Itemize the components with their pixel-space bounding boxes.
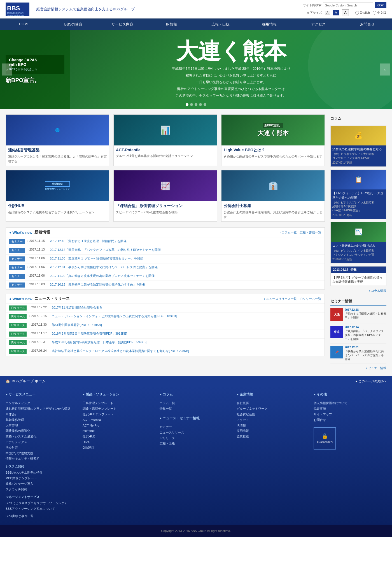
nav-recruit[interactable]: 採用情報: [245, 18, 294, 30]
footer-top-page-link[interactable]: ▲ このページの先頭へ: [355, 379, 386, 383]
footer-link-disclaimer[interactable]: 免責事項: [314, 406, 386, 412]
footer-link-mbb[interactable]: MBB業務テンプレート: [6, 476, 78, 481]
nav-home[interactable]: HOME: [0, 18, 49, 30]
ir-link-5[interactable]: 平成30年3月期 第2四半期決算短信（日本基準）(連結)[PDF：539KB]: [52, 340, 321, 344]
seminar-3-title[interactable]: 「事例から学ぶ業務効率化に向けたペーパーレスのご提案」を開催: [345, 349, 386, 361]
hero-dot-2[interactable]: [190, 103, 193, 106]
news-list-link[interactable]: › ニュースリリース一覧: [264, 297, 297, 301]
lang-chinese[interactable]: 中文版: [373, 11, 386, 15]
footer-link-koji[interactable]: 工事管理テンプレート: [83, 400, 155, 406]
ir-link-4[interactable]: 2018年3月期第2四半期決算説明会資料[PDF：3913KB]: [52, 332, 321, 336]
footer-link-gaiyou[interactable]: 会社概要: [237, 400, 309, 406]
lang-english[interactable]: English: [355, 11, 370, 15]
nav-mission[interactable]: BBSの使命: [49, 18, 98, 30]
nav-services[interactable]: サービス内容: [98, 18, 147, 30]
footer-link-gyomu[interactable]: 業務・システム最適化: [6, 434, 78, 439]
footer-home-link[interactable]: 🏠 BBSグループ ホーム: [6, 379, 46, 384]
news-link-4[interactable]: 2017.12.01「事例から学ぶ業務効率化に向けたペーパーレスのご提案」を開催: [50, 265, 321, 269]
footer-link-sitemap[interactable]: サイトマップ: [314, 412, 386, 417]
footer-link-bbs-feature[interactable]: BBSのシステム開発の特徴: [6, 470, 78, 476]
footer-link-csr[interactable]: 社会貢献活動: [237, 412, 309, 417]
ir-link-3[interactable]: 第51期中間事業報告[PDF：1319KB]: [52, 323, 321, 327]
hero-dot-4[interactable]: [199, 103, 202, 106]
footer-link-kyougyou[interactable]: 協業推進: [237, 434, 309, 439]
ir-list-link[interactable]: IRリリース一覧: [300, 297, 321, 301]
footer-link-china[interactable]: 中国アジア進出支援: [6, 451, 78, 456]
footer-link-feature-list[interactable]: 特集一覧: [160, 406, 232, 412]
footer-link-kikan[interactable]: 基幹業務管理: [6, 417, 78, 423]
footer-link-privacy-policy[interactable]: 個人情報保護等について: [314, 400, 386, 406]
footer-link-recruit-footer[interactable]: 採用情報: [237, 428, 309, 434]
news-link-6[interactable]: 2017.10.13「業務効率に繋がる法定記帳等の電子化のすすめ」を開催: [50, 282, 321, 287]
font-small-btn[interactable]: A: [325, 11, 330, 15]
seminar-info-link[interactable]: › セミナー情報: [366, 366, 386, 370]
footer-link-renketsu[interactable]: 連結経営管理基盤のグランドデザインから構築: [6, 406, 78, 412]
news-link-3[interactable]: 2017.11.30「製造業向け グローバル連結経営管理セミナー」を開催: [50, 256, 321, 261]
footer-link-act-potentia[interactable]: ACT-Potentia: [83, 417, 155, 423]
footer-link-kansetsu[interactable]: 間接業務の最適化: [6, 428, 78, 434]
hero-next-btn[interactable]: ›: [380, 64, 390, 76]
card-renketsu-title[interactable]: 連結経営管理基盤: [8, 148, 107, 153]
footer-link-bpo-list[interactable]: BPO実績と事例一覧: [6, 513, 78, 519]
footer-link-diva[interactable]: DIVA: [83, 439, 155, 445]
hero-prev-btn[interactable]: ‹: [2, 64, 12, 76]
news-link-5[interactable]: 2017.11.20「真の働き方改革実現の為の業務プロセス改革セミナー」を開催: [50, 274, 321, 278]
footer-link-analytics[interactable]: アナリティクス: [6, 439, 78, 445]
card-hub-title[interactable]: 仕訳HUB: [8, 203, 107, 209]
footer-link-press-pub[interactable]: 広報・出版: [160, 441, 232, 446]
search-button[interactable]: 検索: [375, 2, 386, 8]
column-list-link[interactable]: › コラム一覧: [279, 230, 297, 235]
footer-link-column-list[interactable]: コラム一覧: [160, 400, 232, 406]
font-large-btn[interactable]: A: [342, 9, 349, 16]
footer-link-hourei[interactable]: 法令対応: [6, 445, 78, 451]
news-link-2[interactable]: 2017.12.14「満員御礼」「バックオフィス改革」の切り札！RPAセミナーを…: [50, 248, 321, 252]
ir-link-6[interactable]: 当社連結子会社と兼松エレクトロニクス株式会社との資本業務提携に関するお知らせ[P…: [52, 349, 321, 353]
seminar-2-title[interactable]: 「満員御礼」「バックオフィス改革」の切り札！RPAセミナー」を開催: [345, 329, 386, 341]
footer-link-mcframe[interactable]: mcframe: [83, 428, 155, 434]
nav-press[interactable]: 広報・出版: [196, 18, 245, 30]
hero-dot-1[interactable]: [186, 103, 188, 106]
nav-contact[interactable]: お問合せ: [343, 18, 392, 30]
card-cost-title[interactable]: 『疎結合型』原価管理ソリューション: [116, 203, 214, 209]
footer-link-chotatsu[interactable]: 調達・購買テンプレート: [83, 406, 155, 412]
footer-link-security[interactable]: 情報セキュリティ研究所: [6, 456, 78, 462]
column-info-link[interactable]: › コラム情報: [369, 289, 386, 292]
nav-ir[interactable]: IR情報: [147, 18, 196, 30]
card-cpa-title[interactable]: 公認会計士募集: [224, 203, 322, 209]
news-link-1[interactable]: 2017.12.18「変わするIT環境と経理・財務部門」を開催: [50, 239, 321, 243]
footer-link-shiwake-template[interactable]: 仕訳HUBテンプレート: [83, 412, 155, 417]
footer-link-group-network[interactable]: グループネットワーク: [237, 406, 309, 412]
footer-link-jinji[interactable]: 人事管理: [6, 423, 78, 429]
press-list-link[interactable]: 広報・書籍一覧: [300, 230, 321, 235]
nav-access[interactable]: アクセス: [294, 18, 343, 30]
footer-link-news-release[interactable]: ニュースリリース: [160, 430, 232, 436]
footer-link-qlik[interactable]: Qlik製品: [83, 445, 155, 451]
footer-link-package[interactable]: 業務パッケージ導入: [6, 481, 78, 487]
seminar-1-title[interactable]: 「変わするIT環境と経理・財務部門」を開催: [345, 312, 386, 320]
footer-link-ir-release[interactable]: IRリリース: [160, 436, 232, 441]
footer-link-contact[interactable]: お問合せ: [314, 417, 386, 423]
hero-dot-3[interactable]: [195, 103, 197, 106]
ir-link-2[interactable]: ニュー・リレーション・インフォ・ビズ株式会社への出資に関するお知らせ[PDF：1…: [52, 314, 321, 318]
footer-link-bpo[interactable]: BPO（ビジネスプロセスアウトソーシング）: [6, 501, 78, 506]
card-bpo-title[interactable]: High Value BPOとは？: [224, 148, 322, 153]
column-card-2-title[interactable]: 【IFRSフォーラム】IFRS新リース基準と企業への影響: [332, 191, 384, 200]
footer-link-act-netpro[interactable]: ACT-NetPro: [83, 423, 155, 429]
search-input[interactable]: [323, 3, 373, 8]
column-card-3-title[interactable]: コスト最適化に向けた取り組み: [332, 244, 384, 248]
footer-link-tanka[interactable]: 単体会計: [6, 412, 78, 417]
bbs-logo[interactable]: BBS BUSINESS BRAIN Management Innovation: [6, 3, 29, 16]
column-card-1-title[interactable]: 消費税の軽減税率制度の概要と対応: [332, 147, 384, 151]
footer-link-kumamoto[interactable]: BBSアウトソーシング熊本について: [6, 506, 78, 512]
footer-link-ir-info[interactable]: IR情報: [237, 423, 309, 429]
card-act-title[interactable]: ACT-Potentia: [116, 148, 214, 152]
footer-link-consulting[interactable]: コンサルティング: [6, 400, 78, 406]
footer-link-access[interactable]: アクセス: [237, 417, 309, 423]
hero-dot-5[interactable]: [204, 103, 206, 106]
footer-link-shiwake-hub[interactable]: 仕訳HUB: [83, 434, 155, 439]
footer-link-scratch[interactable]: スクラッチ開発: [6, 487, 78, 492]
footer-link-seminar[interactable]: セミナー: [160, 424, 232, 430]
font-medium-btn[interactable]: A: [333, 10, 339, 15]
special-card-title[interactable]: 【IFRS対応】グループ企業間の様々な会計情報連携を実現: [332, 275, 384, 284]
ir-link-1[interactable]: 2017年11月17日開催会社説明会要旨: [52, 305, 321, 310]
